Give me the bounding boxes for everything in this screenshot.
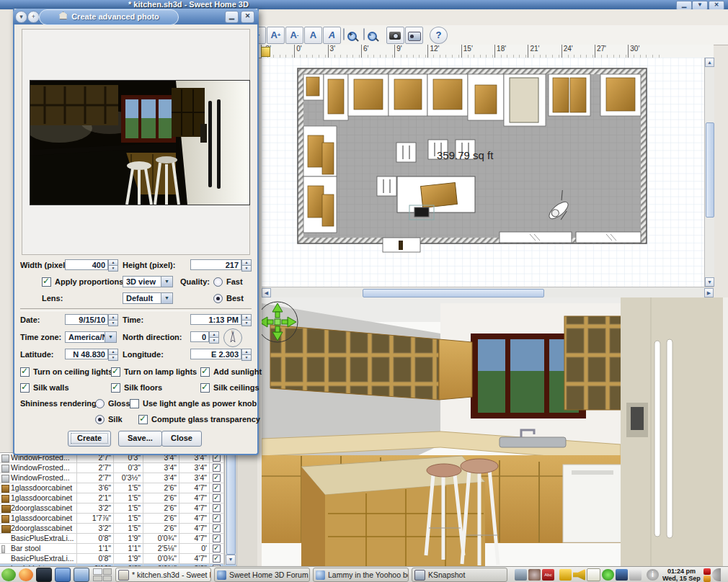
plan-horizontal-scrollbar[interactable]: ◀ ▶ xyxy=(262,287,714,297)
close-button[interactable]: ✕ xyxy=(709,1,724,9)
latitude-field[interactable]: N 48.830 xyxy=(65,349,108,359)
klipper-tray-icon[interactable] xyxy=(629,569,642,581)
3d-view-canvas[interactable] xyxy=(262,297,728,566)
silk-ceilings-checkbox[interactable] xyxy=(200,383,210,393)
task-button[interactable]: * kitchen.sh3d - Sweet H xyxy=(115,568,211,582)
north-direction-compass[interactable]: N xyxy=(223,328,242,347)
table-row[interactable]: WindowFrosted... 2'7" 0'3½" 3'4" 3'4" xyxy=(0,473,257,483)
light-angle-power-knob-checkbox[interactable] xyxy=(130,399,139,408)
decrease-text-size-button[interactable]: A- xyxy=(285,27,303,44)
furniture-visible-checkbox[interactable] xyxy=(210,514,224,523)
furniture-visible-checkbox[interactable] xyxy=(210,463,224,473)
silk-walls-checkbox[interactable] xyxy=(20,383,30,393)
calendar-alert-icon[interactable] xyxy=(703,576,711,582)
create-photo-button[interactable] xyxy=(386,27,404,44)
lamp-lights-checkbox[interactable] xyxy=(111,367,120,377)
apply-proportions-checkbox[interactable] xyxy=(42,277,51,287)
task-button[interactable]: Sweet Home 3D Forum xyxy=(214,568,310,582)
view-combobox[interactable]: 3D view▼ xyxy=(123,276,173,287)
scroll-down-icon[interactable]: ▼ xyxy=(705,277,714,287)
task-button[interactable]: KSnapshot xyxy=(412,568,507,582)
lens-combobox[interactable]: Default▼ xyxy=(123,292,173,304)
save-button[interactable]: Save... xyxy=(118,431,162,447)
timezone-combobox[interactable]: America/N...▼ xyxy=(65,331,117,343)
maximize-button[interactable]: ▼ xyxy=(692,1,708,9)
longitude-spinner[interactable]: ▲▼ xyxy=(241,349,250,359)
panel-splitter[interactable] xyxy=(236,452,257,566)
glossy-radio[interactable] xyxy=(95,399,105,408)
height-field[interactable]: 217 xyxy=(190,259,241,270)
create-button[interactable]: Create xyxy=(68,431,111,447)
width-field[interactable]: 400 xyxy=(65,259,108,270)
close-button-dialog[interactable]: Close xyxy=(161,431,202,447)
table-row[interactable]: Bar stool 1'1" 1'1" 2'5⅛" 0' xyxy=(0,544,257,554)
terminal-launcher-icon[interactable] xyxy=(36,568,52,582)
silk-floors-checkbox[interactable] xyxy=(111,383,120,393)
furniture-visible-checkbox[interactable] xyxy=(210,554,224,563)
table-row[interactable]: WindowFrosted... 2'7" 0'3" 3'4" 3'4" xyxy=(0,463,257,473)
date-spinner[interactable]: ▲▼ xyxy=(108,314,117,325)
italic-button[interactable]: A xyxy=(323,27,341,44)
table-row[interactable]: BasicPlusExtraLi... 0'8" 1'9" 0'0¾" 4'7" xyxy=(0,554,257,564)
scroll-up-icon[interactable]: ▲ xyxy=(705,58,714,67)
mail-launcher-icon[interactable] xyxy=(74,568,89,582)
furniture-visible-checkbox[interactable] xyxy=(210,483,224,493)
glass-transparency-checkbox[interactable] xyxy=(138,415,148,424)
furniture-list[interactable]: WindowFrosted... 2'7" 0'3" 3'4" 3'4" Win… xyxy=(0,452,257,567)
time-spinner[interactable]: ▲▼ xyxy=(241,314,250,325)
plan-vertical-scrollbar[interactable]: ▲ ▼ xyxy=(704,58,714,287)
gimp-tray-icon[interactable] xyxy=(528,569,541,581)
silk-radio[interactable] xyxy=(95,415,105,424)
sunlight-checkbox[interactable] xyxy=(200,367,210,377)
ceiling-lights-checkbox[interactable] xyxy=(20,367,30,377)
updater-tray-icon[interactable] xyxy=(602,569,614,581)
quality-best-radio[interactable] xyxy=(213,294,223,303)
latitude-spinner[interactable]: ▲▼ xyxy=(108,349,117,359)
furniture-visible-checkbox[interactable] xyxy=(210,493,224,503)
longitude-field[interactable]: E 2.303 xyxy=(190,349,241,359)
furniture-visible-checkbox[interactable] xyxy=(210,473,224,483)
clipboard-tray-icon[interactable] xyxy=(587,568,600,581)
furniture-list-scrollbar[interactable]: ▼ xyxy=(224,452,236,565)
furniture-visible-checkbox[interactable] xyxy=(210,524,224,533)
folder-tray-icon[interactable] xyxy=(559,569,572,581)
desktop-pager[interactable] xyxy=(93,568,112,581)
info-tray-icon[interactable]: i xyxy=(647,569,659,581)
dialog-close-icon[interactable]: ✕ xyxy=(241,11,254,23)
table-row[interactable]: BasicPlusExtraLi... 0'8" 1'9" 0'0¾" 4'7" xyxy=(0,534,257,544)
date-field[interactable]: 9/15/10 xyxy=(65,314,108,325)
furniture-visible-checkbox[interactable] xyxy=(210,544,224,553)
mail-alert-icon[interactable] xyxy=(703,568,711,575)
panel-hide-handle[interactable] xyxy=(712,568,721,581)
zoom-out-icon[interactable]: - xyxy=(363,28,365,40)
window-shade-icon[interactable]: ▾ xyxy=(15,11,27,23)
table-row[interactable]: 1glassdoorcabinet 2'1" 1'5" 2'6" 4'7" xyxy=(0,493,257,503)
task-button[interactable]: Lammy in the Yoohoo bo xyxy=(313,568,409,582)
scroll-right-icon[interactable]: ▶ xyxy=(704,288,714,297)
increase-text-size-button[interactable]: A+ xyxy=(267,27,285,44)
window-list-icon[interactable] xyxy=(55,568,71,582)
taskbar-clock[interactable]: 01:24 pm Wed, 15 Sep xyxy=(662,568,701,582)
desktop-share-tray-icon[interactable] xyxy=(616,569,628,581)
quality-fast-radio[interactable] xyxy=(213,277,223,287)
firefox-launcher-icon[interactable] xyxy=(19,568,33,581)
table-row[interactable]: 1glassdoorcabinet 3'6" 1'5" 2'6" 4'7" xyxy=(0,483,257,493)
north-direction-field[interactable]: 0 xyxy=(190,331,209,342)
volume-tray-icon[interactable] xyxy=(573,569,585,581)
bold-button[interactable]: A xyxy=(304,27,322,44)
width-spinner[interactable]: ▲▼ xyxy=(108,259,117,270)
table-row[interactable]: 1glassdoorcabinet 1'7⅞" 1'5" 2'6" 4'7" xyxy=(0,514,257,524)
table-row[interactable]: 2doorglasscabinet 3'2" 1'5" 2'6" 4'7" xyxy=(0,503,257,514)
create-video-button[interactable] xyxy=(405,27,423,44)
zoom-in-icon[interactable]: + xyxy=(343,28,345,40)
dictionary-tray-icon[interactable]: Abc xyxy=(542,569,554,581)
scroll-left-icon[interactable]: ◀ xyxy=(262,288,271,297)
kde-menu-icon[interactable] xyxy=(1,568,16,581)
scroll-down-icon[interactable]: ▼ xyxy=(226,555,236,565)
floor-plan-canvas[interactable]: 359.79 sq ft ▲ ▼ ◀ ▶ xyxy=(262,58,714,287)
table-row[interactable]: 2doorglasscabinet 3'2" 1'5" 2'6" 4'7" xyxy=(0,524,257,534)
north-direction-spinner[interactable]: ▲▼ xyxy=(209,331,218,342)
furniture-visible-checkbox[interactable] xyxy=(210,503,224,513)
furniture-visible-checkbox[interactable] xyxy=(210,534,224,543)
display-tray-icon[interactable] xyxy=(515,569,527,581)
